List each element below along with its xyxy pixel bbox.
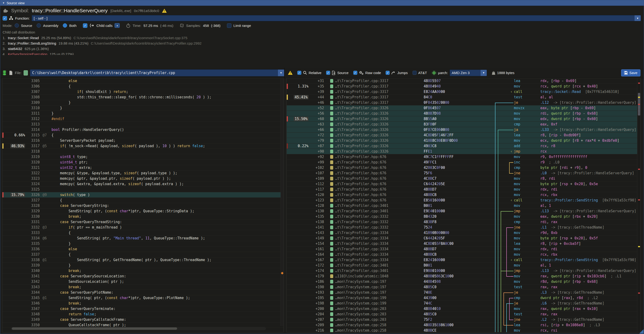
asm-row[interactable]: +128…t\TracyProfiler.cpp:3401B001moval, … [287,203,640,208]
source-line[interactable]: 3309 } [2,100,284,105]
asm-row[interactable]: 0.22%+87…t\TracyProfiler.cpp:33264903C8a… [287,144,640,149]
radio-both[interactable] [63,23,67,28]
source-line[interactable]: 3318 [2,149,284,154]
source-line[interactable]: 3346 break; [2,301,284,306]
source-line[interactable]: 3349 case ServerQueryCallstackFrame: [2,317,284,323]
child-call-item[interactable]: 3.stat64i32625 µs (1.36%) [2,46,644,51]
asm-row[interactable]: +149…t\TracyProfiler.cpp:3334C64424205Fm… [287,236,640,241]
title-bar[interactable]: ▼ Source view [0,0,644,6]
chevron-down-icon[interactable]: ▼ [634,15,641,21]
asm-warning-icon[interactable] [288,71,292,75]
source-line[interactable]: 3313 [2,122,284,127]
source-line[interactable]: 3323 memcpy( &ptr, &payload.ptr, sizeof(… [2,176,284,181]
source-line[interactable]: 3311} [2,111,284,116]
source-line[interactable]: 3310 } [2,105,284,111]
source-vertical-scrollbar[interactable] [280,78,284,326]
source-line[interactable]: 3321 uint32_t extra; [2,165,284,170]
asm-row[interactable]: +204…mon\TracySystem.cpp:2034885C0testra… [287,312,640,317]
asm-row[interactable]: +164…t\TracyProfiler.cpp:3334488BCBmovrc… [287,252,640,257]
asm-row[interactable]: +117…t\TracyProfiler.hpp:676488BD7movrdx… [287,187,640,192]
assembly-vertical-scrollbar[interactable] [637,78,640,332]
chevron-down-icon[interactable]: ▼ [278,70,284,76]
source-horizontal-scrollbar[interactable] [11,327,266,330]
asm-row[interactable]: +66…t\TracyProfiler.cpp:33260F87CE060000… [287,127,640,133]
source-line[interactable]: 3340 break; [2,268,284,274]
asm-row[interactable]: +190…mon\TracySystem.cpp:1974885C0testra… [287,285,640,290]
source-line[interactable]: 3307 if( shouldExit ) return; [2,89,284,95]
asm-row[interactable]: +109…t\TracyProfiler.hpp:6764C8BC7movr8,… [287,176,640,181]
radio-source[interactable] [15,23,19,28]
source-line[interactable]: 3324 memcpy( &extra, &payload.extra, siz… [2,181,284,187]
source-line[interactable]: 3306 { [2,84,284,89]
asm-row[interactable]: +198…mon\TracySystem.cpp:199744Cje.L6 ->… [287,301,640,306]
source-line[interactable]: 3305 else [2,78,284,84]
source-line[interactable]: 3348 return false; [2,312,284,317]
source-pane[interactable]: 3305 else3306 {3307 if( shouldExit ) ret… [2,78,284,332]
asm-row[interactable]: +143…t\TracyProfiler.cpp:333441B90B00000… [287,230,640,236]
source-line[interactable]: 3316 ServerQueryPacket payload; [2,138,284,144]
asm-row[interactable]: +39…t\TracyProfiler.cpp:3317E824AA0000‹c… [287,89,640,95]
source-line[interactable]: 3342 SendSourceLocation( ptr ); [2,279,284,285]
relative-toggle[interactable]: ✓ Relative [297,71,322,75]
asm-row[interactable]: +141…t\TracyProfiler.cpp:33327524jne.L1 … [287,225,640,230]
source-line[interactable]: 3322 memcpy( &type, &payload.type, sizeo… [2,170,284,176]
asm-row[interactable]: +31…t\TracyProfiler.cpp:3317488D5597lear… [287,78,640,84]
asm-row[interactable]: 1.31%+35…t\TracyProfiler.cpp:3317488B494… [287,84,640,89]
child-call-item[interactable]: 4.KeSynchronizeExecution125 µs (0.27%) [2,51,644,55]
child-call-item[interactable]: 1.tracy::Socket::Read25.25 ms (54.89%)C:… [2,35,644,41]
source-line[interactable]: 3337 { [2,252,284,257]
source-line[interactable]: 3335 } [2,241,284,246]
asm-row[interactable]: +154…t\TracyProfiler.cpp:33344C8D055FBA0… [287,241,640,246]
resize-grip[interactable] [639,329,644,334]
source-toggle[interactable]: ✓ Source [326,71,348,75]
asm-row[interactable]: +135…t\TracyProfiler.cpp:33328B4320movea… [287,214,640,219]
asm-row[interactable]: +179…1103\include\atomic:1048488B05B63C1… [287,274,640,279]
source-line[interactable]: 3343 break; [2,285,284,290]
source-line[interactable]: 3325 [2,187,284,192]
source-line[interactable]: 15.79%3326@9 switch( type ) [2,192,284,198]
child-calls-checkbox[interactable]: ✓ [83,23,88,28]
asm-row[interactable]: +186…mon\TracySystem.cpp:197448B4598movr… [287,279,640,285]
asm-row[interactable]: +120…t\TracyProfiler.hpp:676488BCBmovrcx… [287,192,640,198]
collapse-icon[interactable]: ▼ [2,2,5,4]
radio-assembly[interactable] [36,23,41,28]
asm-row[interactable]: +112…t\TracyProfiler.hpp:676C64424205Emo… [287,181,640,187]
symbol-warning-icon[interactable] [162,9,167,13]
asm-row[interactable]: +102…t\TracyProfiler.hpp:67642803C0F00cm… [287,165,640,170]
function-select[interactable]: [ - self - ] ▼ [32,15,641,21]
save-button[interactable]: Save [621,69,640,76]
asm-row[interactable]: +90…t\TracyProfiler.cpp:3326FFE1‹jmprcx [287,149,640,154]
source-line[interactable]: 3308 std::this_thread::sleep_for( std::c… [2,95,284,100]
asm-row[interactable]: +72…t\TracyProfiler.cpp:33264C8D05F146F2… [287,133,640,138]
source-line[interactable]: 3336 else [2,246,284,252]
asm-row[interactable]: +200…mon\TracySystem.cpp:203488B4010movr… [287,306,640,312]
asm-row[interactable]: +107…t\TracyProfiler.hpp:67675F6jne.L0 -… [287,170,640,176]
scrollbar-thumb[interactable] [12,328,177,330]
source-line[interactable]: 3334@6 SendString( ptr, "Main thread", 1… [2,236,284,241]
source-line[interactable]: 0.66%3315@7{ [2,133,284,138]
asm-row[interactable]: +123…t\TracyProfiler.hpp:676E850160000‹c… [287,198,640,203]
asm-row[interactable]: +92…t\TracyProfiler.hpp:67649C7C1FFFFFFF… [287,154,640,160]
asm-row[interactable]: +52…t\TracyProfiler.cpp:33260FB64597movz… [287,105,640,111]
asm-row[interactable]: +130…t\TracyProfiler.cpp:3401E9E4010000j… [287,208,640,214]
source-line[interactable]: 3345@1 SendString( ptr, (const char*)ptr… [2,295,284,301]
asm-row[interactable]: +195…mon\TracySystem.cpp:199443900→cmpdw… [287,295,640,301]
source-line[interactable]: 3344 case ServerQueryPlotName: [2,290,284,295]
collapse-child-calls-button[interactable]: ▲ [114,23,120,28]
asm-row[interactable]: +138…t\TracyProfiler.cpp:3332483BF8cmprd… [287,219,640,225]
source-line[interactable]: 3331 case ServerQueryThreadString: [2,219,284,225]
file-select[interactable]: C:\Users\wolf\Desktop\darkrl\contrib\tra… [30,69,284,76]
source-line[interactable]: 3320 uint64_t ptr; [2,160,284,165]
asm-row[interactable]: +79…t\TracyProfiler.cpp:3326418B8C80E0BF… [287,138,640,144]
uarch-select[interactable]: AMD Zen 3 ▼ [450,70,487,76]
asm-row[interactable]: +161…t\TracyProfiler.cpp:3334488BD7movrd… [287,246,640,252]
att-toggle[interactable]: AT&T [412,71,427,75]
chevron-down-icon[interactable]: ▼ [480,70,487,76]
raw-code-toggle[interactable]: ✓ Raw code [353,71,381,75]
source-line[interactable]: 3314bool Profiler::HandleServerQuery() [2,127,284,133]
asm-row[interactable]: 45.41%+44…t\TracyProfiler.cpp:331784C0te… [287,95,640,100]
source-line[interactable]: 3341 case ServerQuerySourceLocation: [2,274,284,279]
asm-row[interactable]: +216…mon\TracySystem.cpp:258488BCEmovrcx… [287,328,640,332]
asm-row[interactable]: +193…mon\TracySystem.cpp:197740Eje.L3 ->… [287,290,640,295]
assembly-pane[interactable]: +31…t\TracyProfiler.cpp:3317488D5597lear… [286,78,641,332]
